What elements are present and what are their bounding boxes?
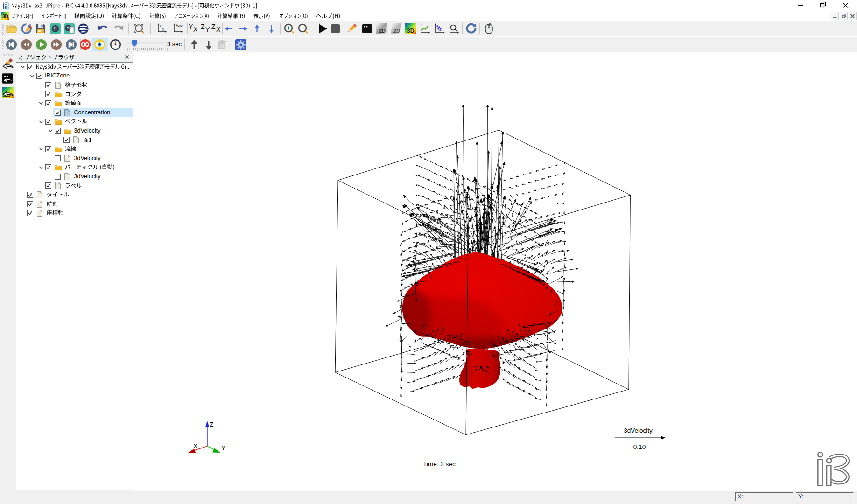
svg-text:X: X (193, 442, 197, 449)
svg-text:90: 90 (179, 24, 183, 27)
svg-text:X: X (216, 26, 221, 33)
svg-text:3D: 3D (407, 28, 414, 34)
svg-text:3dVelocity: 3dVelocity (624, 427, 653, 434)
svg-text:Y: Y (205, 26, 210, 33)
svg-text:Time: 3 sec: Time: 3 sec (423, 461, 456, 468)
svg-text:X: X (162, 28, 165, 32)
svg-text:0.10: 0.10 (633, 443, 646, 450)
svg-text:3D: 3D (2, 14, 8, 19)
svg-text:Z: Z (201, 23, 205, 30)
svg-text:X: X (193, 26, 198, 33)
svg-text:Y: Y (221, 444, 225, 451)
svg-text:Z: Z (211, 23, 216, 30)
svg-text:Y: Y (189, 23, 193, 30)
svg-text:2D: 2D (393, 28, 400, 34)
svg-text:2D: 2D (379, 28, 386, 34)
svg-text:Z: Z (210, 421, 213, 428)
